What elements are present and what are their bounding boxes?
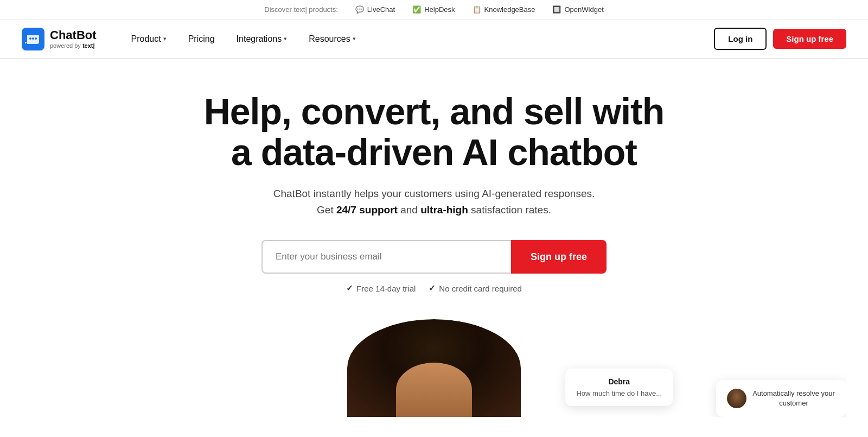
logo[interactable]: ChatBot powered by text| (22, 28, 97, 50)
check-icon-2: ✓ (429, 283, 436, 293)
discover-label: Discover text| products: (264, 5, 338, 14)
nav-product[interactable]: Product ▾ (123, 30, 175, 48)
topbar-openwidget[interactable]: 🔲 OpenWidget (552, 5, 603, 14)
login-button[interactable]: Log in (714, 28, 767, 50)
top-bar: Discover text| products: 💬 LiveChat ✅ He… (0, 0, 868, 20)
svg-point-1 (29, 37, 31, 40)
trial-label: Free 14-day trial (356, 284, 416, 293)
helpdesk-icon: ✅ (412, 5, 421, 14)
nav-pricing[interactable]: Pricing (180, 30, 224, 48)
product-chevron-icon: ▾ (163, 35, 167, 42)
email-input[interactable] (261, 240, 511, 274)
resources-chevron-icon: ▾ (353, 35, 356, 42)
auto-resolve-text: Automatically resolve your customer (752, 389, 835, 408)
hero-subtitle: ChatBot instantly helps your customers u… (266, 186, 602, 219)
hero-title: Help, convert, and sell with a data-driv… (201, 91, 667, 173)
debra-message: How much time do I have... (576, 389, 662, 397)
signup-form: Sign up free (261, 240, 607, 274)
nav-links: Product ▾ Pricing Integrations ▾ Resourc… (123, 30, 714, 48)
livechat-icon: 💬 (355, 5, 364, 14)
auto-resolve-card: Automatically resolve your customer (716, 380, 846, 417)
svg-point-2 (32, 37, 34, 40)
logo-sub: powered by text| (50, 42, 97, 49)
nav-actions: Log in Sign up free (714, 28, 846, 50)
knowledgebase-icon: 📋 (473, 5, 481, 14)
svg-point-3 (35, 37, 37, 40)
check-icon-1: ✓ (346, 283, 353, 293)
nav-signup-button[interactable]: Sign up free (773, 29, 846, 49)
trial-item-nocard: ✓ No credit card required (429, 283, 522, 293)
preview-area: Debra How much time do I have... Automat… (22, 319, 846, 417)
navigation: ChatBot powered by text| Product ▾ Prici… (0, 20, 868, 59)
topbar-helpdesk[interactable]: ✅ HelpDesk (412, 5, 455, 14)
hero-section: Help, convert, and sell with a data-driv… (0, 59, 868, 417)
person-image (347, 319, 521, 417)
logo-name: ChatBot (50, 29, 97, 42)
openwidget-icon: 🔲 (552, 5, 561, 14)
signup-button[interactable]: Sign up free (511, 240, 607, 274)
debra-chat-card: Debra How much time do I have... (565, 369, 673, 406)
logo-icon (22, 28, 44, 50)
topbar-livechat[interactable]: 💬 LiveChat (355, 5, 395, 14)
debra-name: Debra (576, 377, 662, 386)
nav-resources[interactable]: Resources ▾ (300, 30, 364, 48)
trial-info: ✓ Free 14-day trial ✓ No credit card req… (346, 283, 522, 293)
trial-item-free: ✓ Free 14-day trial (346, 283, 416, 293)
topbar-knowledgebase[interactable]: 📋 KnowledgeBase (473, 5, 535, 14)
integrations-chevron-icon: ▾ (284, 35, 287, 42)
mini-avatar (727, 389, 746, 408)
no-card-label: No credit card required (439, 284, 522, 293)
nav-integrations[interactable]: Integrations ▾ (228, 30, 296, 48)
